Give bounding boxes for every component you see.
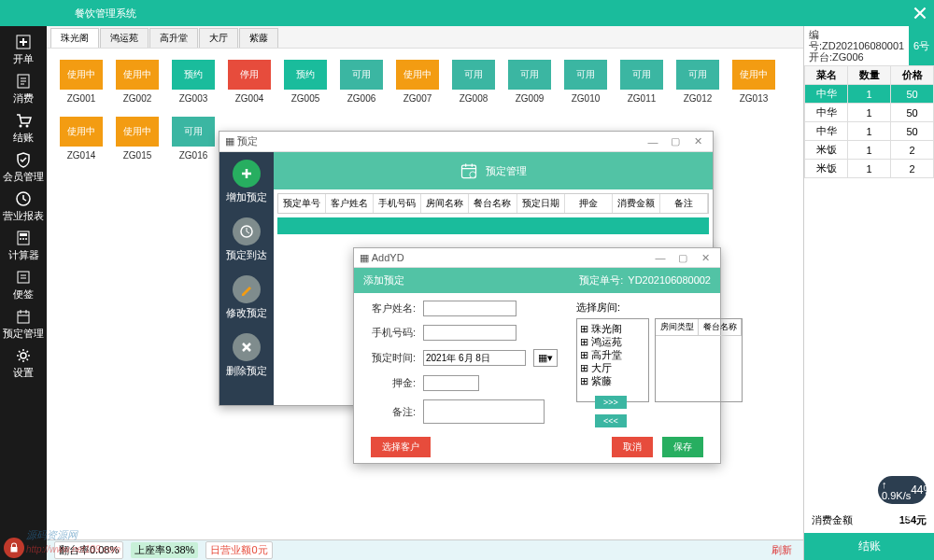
minimize-icon[interactable]: — <box>644 136 662 147</box>
add-reservation-dialog: ▦ AddYD — ▢ ✕ 添加预定 预定单号: YD202106080002 … <box>353 247 721 464</box>
statusbar: 翻台率0.08% 上座率9.38% 日营业额0元 刷新 <box>47 539 803 560</box>
tab-1[interactable]: 鸿运苑 <box>100 28 149 48</box>
table-card-ZG009[interactable]: 可用ZG009 <box>508 60 551 104</box>
svg-rect-11 <box>18 312 29 323</box>
room-tree[interactable]: ⊞ 珠光阁⊞ 鸿运苑⊞ 高升堂⊞ 大厅⊞ 紫藤 <box>576 318 649 402</box>
sidebar-item-2[interactable]: 结账 <box>0 108 47 147</box>
tab-3[interactable]: 大厅 <box>199 28 238 48</box>
tab-0[interactable]: 珠光阁 <box>50 28 99 48</box>
checkout-button[interactable]: 结账 <box>804 533 934 560</box>
tab-4[interactable]: 紫藤 <box>239 28 278 48</box>
order-row[interactable]: 中华150 <box>805 122 934 141</box>
order-row[interactable]: 米饭12 <box>805 141 934 160</box>
table-card-ZG015[interactable]: 使用中ZG015 <box>116 117 159 161</box>
svg-point-12 <box>21 353 26 358</box>
table-number-badge: 6号 <box>909 26 934 65</box>
maximize-icon[interactable]: ▢ <box>673 252 692 264</box>
close-icon[interactable] <box>913 7 927 20</box>
note-icon <box>15 269 32 286</box>
deposit-input[interactable] <box>423 375 479 391</box>
reservation-action-x[interactable]: 删除预定 <box>226 333 267 378</box>
order-panel: 编号:ZD202106080001 开台:ZG006 6号 菜名数量价格中华15… <box>803 26 934 560</box>
sidebar-item-3[interactable]: 会员管理 <box>0 147 47 187</box>
stat-seat: 上座率9.38% <box>131 542 198 558</box>
order-total: 消费金额 154元 <box>804 508 934 533</box>
table-card-ZG002[interactable]: 使用中ZG002 <box>116 60 159 104</box>
tree-node[interactable]: ⊞ 鸿运苑 <box>580 335 645 348</box>
svg-point-9 <box>25 238 27 240</box>
table-card-ZG004[interactable]: 停用ZG004 <box>228 60 271 104</box>
datetime-input[interactable] <box>423 350 526 366</box>
order-row[interactable]: 中华150 <box>805 104 934 122</box>
tree-node[interactable]: ⊞ 紫藤 <box>580 374 645 387</box>
sidebar-item-8[interactable]: 设置 <box>0 343 47 383</box>
table-card-ZG014[interactable]: 使用中ZG014 <box>60 117 103 161</box>
room-tabs: 珠光阁鸿运苑高升堂大厅紫藤 <box>47 26 803 49</box>
maximize-icon[interactable]: ▢ <box>666 135 685 147</box>
reservation-banner: 预定管理 <box>274 152 713 189</box>
select-customer-button[interactable]: 选择客户 <box>371 437 431 457</box>
svg-point-8 <box>22 238 24 240</box>
sidebar-item-6[interactable]: 便签 <box>0 265 47 304</box>
order-row[interactable]: 中华150 <box>805 85 934 104</box>
add-table-button[interactable]: >>> <box>595 396 627 409</box>
table-card-ZG003[interactable]: 预约ZG003 <box>172 60 215 104</box>
add-reservation-banner: 添加预定 预定单号: YD202106080002 <box>354 268 720 293</box>
sidebar-item-1[interactable]: 消费 <box>0 69 47 108</box>
tree-node[interactable]: ⊞ 珠光阁 <box>580 322 645 335</box>
svg-point-2 <box>20 124 22 127</box>
tab-2[interactable]: 高升堂 <box>149 28 198 48</box>
close-icon[interactable]: ✕ <box>688 135 707 147</box>
shield-icon <box>15 151 32 168</box>
customer-name-input[interactable] <box>423 301 517 316</box>
x-icon <box>239 340 254 355</box>
reservation-action-pencil[interactable]: 修改预定 <box>226 275 267 320</box>
sidebar: 开单消费结账会员管理营业报表计算器便签预定管理设置 <box>0 26 47 560</box>
table-card-ZG001[interactable]: 使用中ZG001 <box>60 60 103 104</box>
tree-node[interactable]: ⊞ 大厅 <box>580 361 645 374</box>
table-card-ZG016[interactable]: 可用ZG016 <box>172 117 215 161</box>
app-icon: ▦ <box>360 252 369 264</box>
date-picker-icon[interactable]: ▦▾ <box>533 349 558 367</box>
pencil-icon <box>239 282 254 297</box>
sidebar-item-5[interactable]: 计算器 <box>0 226 47 265</box>
sidebar-item-7[interactable]: 预定管理 <box>0 304 47 343</box>
dialog-titlebar: ▦ 预定 — ▢ ✕ <box>219 132 713 152</box>
table-card-ZG007[interactable]: 使用中ZG007 <box>396 60 439 104</box>
clock-icon <box>15 190 32 207</box>
close-icon[interactable]: ✕ <box>696 252 715 264</box>
phone-input[interactable] <box>423 325 517 341</box>
reservation-action-clock[interactable]: 预定到达 <box>226 217 267 262</box>
reservation-actions: 增加预定预定到达修改预定删除预定 <box>219 152 274 405</box>
stat-daily: 日营业额0元 <box>205 541 272 559</box>
receipt-icon <box>15 73 32 90</box>
reservation-action-plus[interactable]: 增加预定 <box>226 160 267 204</box>
table-card-ZG013[interactable]: 使用中ZG013 <box>732 60 775 104</box>
clock-icon <box>239 224 254 239</box>
remove-table-button[interactable]: <<< <box>595 414 627 427</box>
save-button[interactable]: 保存 <box>662 437 703 457</box>
reservation-table-header: 预定单号客户姓名手机号码房间名称餐台名称预定日期押金消费金额备注 <box>277 193 709 214</box>
minimize-icon[interactable]: — <box>651 252 670 263</box>
sidebar-item-0[interactable]: 开单 <box>0 30 47 69</box>
plus-icon <box>239 166 254 181</box>
table-card-ZG010[interactable]: 可用ZG010 <box>564 60 607 104</box>
remark-input[interactable] <box>423 399 545 424</box>
order-row[interactable]: 米饭12 <box>805 160 934 178</box>
lock-icon[interactable] <box>4 538 24 558</box>
refresh-button[interactable]: 刷新 <box>768 542 796 558</box>
table-card-ZG006[interactable]: 可用ZG006 <box>340 60 383 104</box>
table-card-ZG012[interactable]: 可用ZG012 <box>676 60 719 104</box>
table-card-ZG005[interactable]: 预约ZG005 <box>284 60 327 104</box>
table-card-ZG011[interactable]: 可用ZG011 <box>620 60 663 104</box>
cancel-button[interactable]: 取消 <box>612 437 653 457</box>
tree-node[interactable]: ⊞ 高升堂 <box>580 348 645 361</box>
sidebar-item-4[interactable]: 营业报表 <box>0 187 47 226</box>
selected-tables[interactable]: 房间类型餐台名称 <box>655 318 743 402</box>
plus-icon <box>15 34 32 50</box>
app-icon: ▦ <box>225 135 234 147</box>
cart-icon <box>15 112 32 129</box>
reservation-row-selected[interactable] <box>277 217 709 234</box>
table-card-ZG008[interactable]: 可用ZG008 <box>452 60 495 104</box>
svg-rect-6 <box>20 233 27 236</box>
